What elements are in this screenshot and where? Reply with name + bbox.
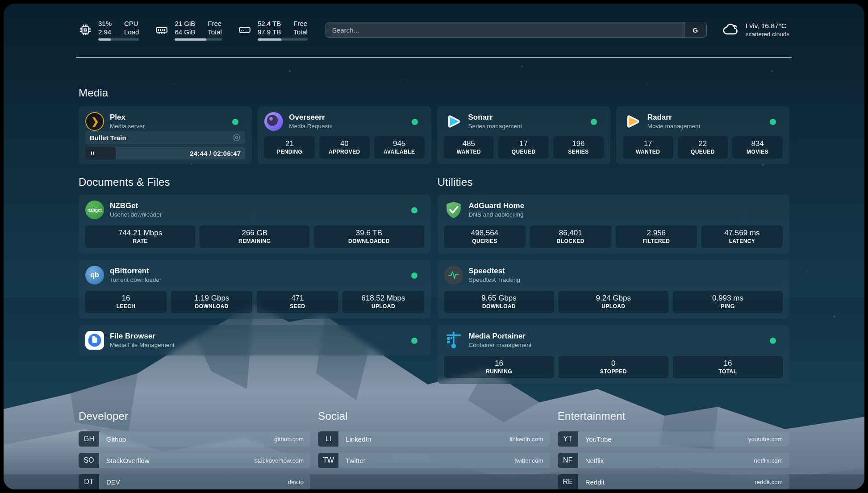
bookmark-label: LinkedIn	[346, 435, 371, 443]
service-card-filebrowser[interactable]: File BrowserMedia File Management	[79, 325, 431, 355]
stat-queries: 498,564QUERIES	[444, 226, 526, 248]
stat-label-1: Free	[293, 19, 308, 28]
stat-label: LATENCY	[702, 238, 782, 245]
stat-label: QUEUED	[499, 149, 548, 155]
stat-value: 266 GB	[200, 228, 309, 238]
search-input[interactable]	[326, 22, 684, 38]
stat-label: UPLOAD	[343, 303, 423, 310]
documents-section: nzbgetNZBGetUsenet downloader744.21 Mbps…	[79, 195, 431, 355]
status-online-dot	[411, 207, 417, 213]
service-card-speedtest[interactable]: SpeedtestSpeedtest Tracking9.65 GbpsDOWN…	[438, 260, 790, 319]
stat-label-2: Total	[293, 28, 308, 36]
service-card-sonarr[interactable]: SonarrSeries management485WANTED17QUEUED…	[437, 106, 610, 164]
bookmark-link-github[interactable]: GHGithubgithub.com	[79, 431, 310, 447]
header: 31%2.94CPULoad21 GiB64 GiBFreeTotal52.4 …	[79, 19, 789, 41]
snow-specks	[4, 4, 4, 4]
nzbget-icon: nzbget	[85, 201, 104, 219]
playback-progress-bar: 24:44 / 02:06:47	[85, 147, 245, 159]
stat-value: 471	[258, 293, 337, 303]
plex-icon: ❯	[85, 112, 104, 131]
service-card-portainer[interactable]: Media PortainerContainer management16RUN…	[438, 325, 790, 384]
bookmark-group-title: Entertainment	[558, 410, 789, 422]
section-title-media: Media	[79, 87, 789, 99]
service-name: AdGuard Home	[469, 201, 525, 211]
stat-value-2: 2.94	[98, 28, 112, 36]
stat-label: UPLOAD	[559, 303, 668, 310]
stat-value: 17	[499, 138, 548, 149]
portainer-icon	[444, 331, 463, 350]
stat-value-1: 31%	[98, 19, 112, 28]
service-name: Speedtest	[469, 266, 521, 276]
bookmark-link-stackoverflow[interactable]: SOStackOverflowstackoverflow.com	[79, 453, 310, 468]
stat-value: 744.21 Mbps	[86, 228, 194, 238]
service-description: Movie management	[647, 122, 701, 130]
bookmark-label: Netflix	[585, 457, 604, 464]
service-name: NZBGet	[110, 201, 162, 211]
bookmark-abbr: GH	[79, 431, 99, 447]
memory-icon	[155, 23, 168, 37]
bookmark-link-twitter[interactable]: TWTwittertwitter.com	[318, 453, 550, 468]
stat-running: 16RUNNING	[444, 356, 554, 378]
stat-value-1: 52.4 TB	[258, 19, 281, 28]
service-card-overseerr[interactable]: OverseerrMedia Requests21PENDING40APPROV…	[258, 106, 431, 164]
system-stat-memory: 21 GiB64 GiBFreeTotal	[155, 19, 222, 41]
stat-value: 9.65 Gbps	[445, 293, 553, 303]
bookmark-link-linkedin[interactable]: LILinkedInlinkedin.com	[318, 431, 550, 447]
bookmark-url: youtube.com	[748, 436, 783, 443]
service-card-plex[interactable]: ❯PlexMedia serverBullet Train24:44 / 02:…	[79, 106, 252, 164]
service-card-qbittorrent[interactable]: qbqBittorrentTorrent downloader16LEECH1.…	[79, 260, 431, 319]
stat-label: APPROVED	[320, 149, 369, 155]
search-engine-button[interactable]: G	[684, 22, 706, 38]
adguard-icon	[444, 201, 463, 219]
service-description: Media server	[110, 122, 145, 130]
now-playing-widget: Bullet Train24:44 / 02:06:47	[85, 131, 245, 159]
stat-approved: 40APPROVED	[319, 136, 370, 159]
stat-value: 498,564	[445, 228, 525, 238]
service-description: Usenet downloader	[110, 211, 162, 219]
service-name: Media Portainer	[469, 331, 532, 341]
bookmark-url: netflix.com	[754, 457, 783, 464]
bookmark-link-reddit[interactable]: RERedditreddit.com	[558, 474, 789, 489]
stat-value: 945	[375, 138, 424, 149]
bookmark-link-youtube[interactable]: YTYouTubeyoutube.com	[558, 431, 789, 447]
cloud-icon	[722, 20, 740, 40]
image-icon	[233, 134, 241, 142]
overseerr-icon	[264, 112, 283, 131]
bookmark-abbr: RE	[558, 474, 578, 489]
stat-label-2: Total	[208, 28, 222, 36]
status-online-dot	[411, 338, 417, 344]
bookmark-link-netflix[interactable]: NFNetflixnetflix.com	[558, 453, 789, 468]
stat-value: 40	[320, 138, 369, 149]
bookmark-label: Github	[106, 435, 126, 443]
status-online-dot	[411, 272, 417, 279]
stat-movies: 834MOVIES	[732, 136, 783, 159]
bookmark-url: twitter.com	[514, 457, 543, 464]
bookmark-group-entertainment: EntertainmentYTYouTubeyoutube.comNFNetfl…	[558, 410, 789, 489]
search-bar[interactable]: G	[326, 22, 707, 38]
bookmark-group-social: SocialLILinkedInlinkedin.comTWTwittertwi…	[318, 410, 550, 489]
bookmark-label: YouTube	[585, 435, 612, 443]
stat-value: 834	[733, 138, 782, 149]
service-card-adguard[interactable]: AdGuard HomeDNS and adblocking498,564QUE…	[438, 195, 790, 254]
stat-value: 22	[679, 138, 727, 149]
stat-value: 0.993 ms	[674, 293, 782, 303]
stat-downloaded: 39.6 TBDOWNLOADED	[314, 226, 424, 248]
service-card-nzbget[interactable]: nzbgetNZBGetUsenet downloader744.21 Mbps…	[79, 195, 431, 254]
stat-value: 17	[624, 138, 672, 149]
stat-label: REMAINING	[200, 238, 309, 245]
service-card-radarr[interactable]: RadarrMovie management17WANTED22QUEUED83…	[616, 106, 789, 164]
bookmark-url: dev.to	[288, 479, 304, 485]
bookmark-group-title: Developer	[79, 410, 310, 422]
stat-label: BLOCKED	[531, 238, 610, 245]
bookmark-link-dev[interactable]: DTDEVdev.to	[79, 474, 310, 489]
service-description: Series management	[468, 122, 522, 130]
stat-series: 196SERIES	[553, 136, 604, 159]
stat-label: SEED	[258, 303, 337, 310]
stat-label-1: CPU	[124, 19, 139, 28]
stat-wanted: 17WANTED	[623, 136, 673, 159]
stat-latency: 47.569 msLATENCY	[701, 226, 783, 248]
stat-label: MOVIES	[733, 149, 782, 155]
radarr-icon	[623, 112, 642, 131]
bookmark-abbr: NF	[558, 453, 578, 468]
weather-condition: scattered clouds	[746, 30, 789, 38]
